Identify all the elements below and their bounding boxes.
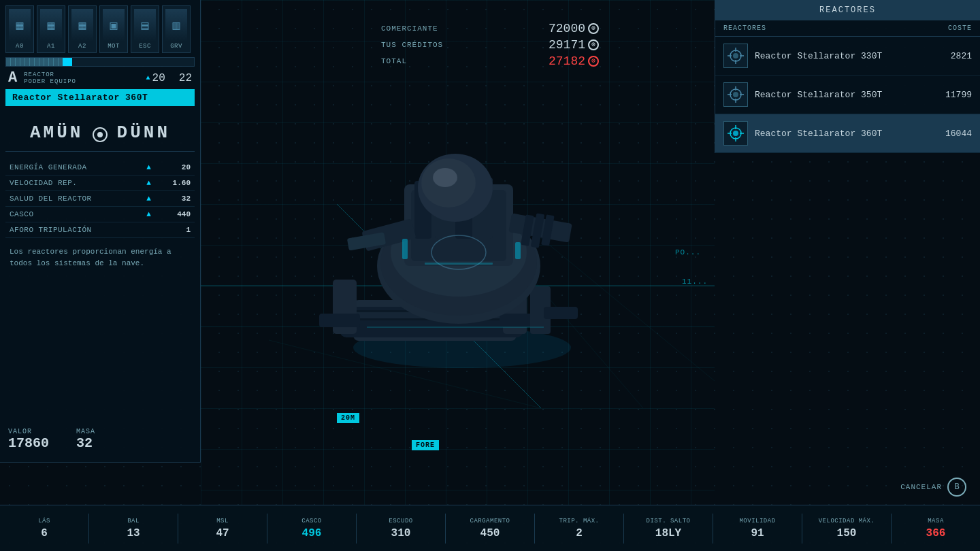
- reactor-thumb-360t: [723, 121, 748, 146]
- stat-msl-value: 47: [181, 527, 264, 539]
- stat-bal-value: 13: [92, 527, 175, 539]
- reactor-item-360t[interactable]: Reactor Stellarator 360T 16044: [715, 114, 980, 153]
- stat-value-energia: 20: [155, 160, 195, 176]
- stat-label-casco: CASCO: [5, 207, 142, 222]
- slot-esc-label: ESC: [139, 43, 151, 50]
- reactor-item-330t[interactable]: Reactor Stellarator 330T 2821: [715, 37, 980, 76]
- svg-rect-37: [402, 239, 408, 259]
- credit-icon-total: ⊙: [588, 56, 599, 67]
- merchant-label: COMERCIANTE: [381, 24, 438, 33]
- svg-rect-38: [515, 242, 521, 259]
- reactor-cost-330t: 2821: [938, 51, 972, 61]
- credit-icon-credits: ⊙: [588, 39, 599, 50]
- slot-a1-icon: ▦: [40, 9, 62, 41]
- value-mass-row: VALOR 17860 MASA 32: [8, 428, 95, 451]
- stat-value-casco: 440: [155, 207, 195, 222]
- svg-rect-35: [425, 263, 493, 265]
- total-label: TOTAL: [381, 57, 407, 65]
- reactor-name-350t: Reactor Stellarator 350T: [755, 90, 931, 100]
- stat-trip-label: TRIP. MÁX.: [538, 518, 621, 524]
- poder-val: 22: [179, 72, 192, 84]
- list-header-name: REACTORES: [723, 24, 766, 32]
- stat-cargamento-label: CARGAMENTO: [448, 518, 532, 524]
- stat-las: LÁS 6: [0, 514, 89, 544]
- reactor-label: REACTOR: [24, 71, 76, 78]
- item-description: Los reactores proporcionan energía a tod…: [5, 246, 195, 269]
- power-bar-cyan: [63, 58, 72, 66]
- stat-velocidad-max-label: VELOCIDAD MÁX.: [805, 518, 888, 524]
- stat-escudo-label: ESCUDO: [359, 518, 442, 524]
- stat-label-salud: SALUD DEL REACTOR: [5, 191, 142, 207]
- stat-casco-value: 496: [270, 527, 353, 539]
- reactor-val: ▲ 20: [146, 72, 165, 84]
- total-value: 27182 ⊙: [549, 54, 599, 68]
- stat-velocidad-max-value: 150: [805, 527, 888, 539]
- reactor-letter: A: [8, 69, 17, 86]
- slot-grv[interactable]: ▥ GRV: [162, 5, 191, 53]
- stat-casco-label: CASCO: [270, 518, 353, 524]
- cancel-label: CANCELAR: [900, 483, 942, 491]
- stat-row-salud: SALUD DEL REACTOR ▲ 32: [5, 191, 195, 207]
- brand-logo: AMÜN DÜNN: [5, 114, 195, 152]
- cancel-key: B: [954, 482, 959, 492]
- stat-masa-label: MASA: [894, 518, 977, 524]
- stat-arrow-aforo: [142, 222, 155, 238]
- svg-rect-16: [544, 307, 578, 319]
- slot-mot-icon: ▣: [103, 9, 125, 41]
- stat-dist-label: DIST. SALTO: [627, 518, 710, 524]
- credit-icon-merchant: ⊙: [588, 23, 599, 34]
- slot-esc[interactable]: ▤ ESC: [131, 5, 159, 53]
- stat-value-velocidad: 1.60: [155, 176, 195, 191]
- slot-row: ▦ A0 ▦ A1 ▦ A2 ▣ MOT ▤ ESC ▥ GRV: [5, 5, 195, 53]
- brand-icon: [93, 127, 108, 142]
- mass-item: MASA 32: [76, 428, 95, 451]
- stat-dist-value: 18LY: [627, 527, 710, 539]
- slot-a0[interactable]: ▦ A0: [5, 5, 34, 53]
- stat-label-aforo: AFORO TRIPULACIÓN: [5, 222, 142, 238]
- bottom-bar: LÁS 6 BAL 13 MSL 47 CASCO 496 ESCUDO 310…: [0, 505, 980, 551]
- slot-mot[interactable]: ▣ MOT: [99, 5, 128, 53]
- slot-a1[interactable]: ▦ A1: [37, 5, 65, 53]
- credits-value: 29171 ⊙: [549, 38, 599, 52]
- stat-value-salud: 32: [155, 191, 195, 207]
- stat-row-velocidad: VELOCIDAD REP. ▲ 1.60: [5, 176, 195, 191]
- reactor-thumb-330t: [723, 44, 748, 68]
- slot-a0-icon: ▦: [9, 9, 31, 41]
- stat-escudo-value: 310: [359, 527, 442, 539]
- mass-val: 32: [76, 435, 95, 451]
- reactor-labels: REACTOR PODER EQUIPO: [24, 71, 76, 85]
- grid-label-port: PO...: [675, 248, 701, 256]
- stat-bal: BAL 13: [89, 514, 178, 544]
- reactor-item-350t[interactable]: Reactor Stellarator 350T 11799: [715, 76, 980, 114]
- stat-row-casco: CASCO ▲ 440: [5, 207, 195, 222]
- stat-masa-value: 366: [894, 527, 977, 539]
- stat-casco: CASCO 496: [267, 514, 357, 544]
- slot-mot-label: MOT: [108, 43, 120, 50]
- stat-escudo: ESCUDO 310: [357, 514, 446, 544]
- stat-label-energia: ENERGÍA GENERADA: [5, 160, 142, 176]
- grid-tag-fore: FORE: [412, 440, 439, 450]
- slot-a2[interactable]: ▦ A2: [68, 5, 97, 53]
- cancel-section: CANCELAR B: [900, 478, 966, 497]
- stat-row-aforo: AFORO TRIPULACIÓN 1: [5, 222, 195, 238]
- mass-label: MASA: [76, 428, 95, 435]
- selected-item-name: Reactor Stellarator 360T: [5, 89, 195, 106]
- reactors-list-header: REACTORES COSTE: [715, 20, 980, 37]
- value-item: VALOR 17860: [8, 428, 49, 451]
- stat-msl-label: MSL: [181, 518, 264, 524]
- ship-viewport: 20M FORE PO... 11...: [201, 0, 715, 505]
- grid-label-11: 11...: [682, 278, 708, 286]
- cancel-button[interactable]: B: [947, 478, 966, 497]
- merchant-value: 72000 ⊙: [549, 22, 599, 35]
- slot-a2-label: A2: [78, 43, 86, 50]
- svg-point-53: [733, 131, 738, 136]
- power-bar-fill: [6, 58, 63, 66]
- ship-model: [299, 116, 653, 388]
- stat-dist: DIST. SALTO 18LY: [624, 514, 713, 544]
- stat-arrow-salud: ▲: [142, 191, 155, 207]
- slot-grv-label: GRV: [170, 43, 182, 50]
- stat-las-label: LÁS: [3, 518, 86, 524]
- stat-arrow-energia: ▲: [142, 160, 155, 176]
- slot-a0-label: A0: [16, 43, 24, 50]
- stat-movilidad: MOVILIDAD 91: [713, 514, 802, 544]
